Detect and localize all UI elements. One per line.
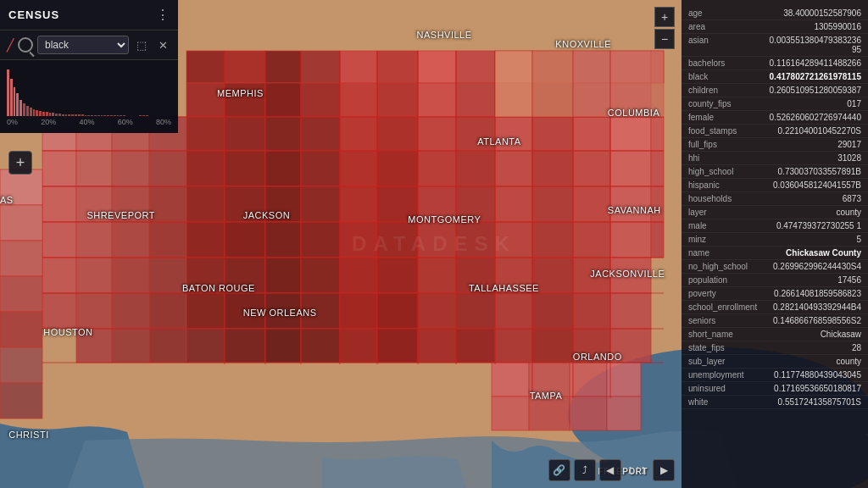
- svg-rect-43: [610, 117, 651, 151]
- add-layer-button[interactable]: +: [8, 151, 32, 175]
- histogram-bar: [26, 106, 29, 116]
- info-key: asian: [688, 36, 769, 54]
- svg-rect-48: [149, 151, 186, 186]
- svg-rect-82: [149, 222, 186, 258]
- svg-rect-63: [76, 186, 112, 222]
- svg-rect-180: [610, 51, 664, 117]
- svg-rect-88: [377, 222, 418, 258]
- svg-rect-16: [186, 83, 225, 117]
- histogram-bar: [146, 115, 148, 116]
- svg-rect-21: [377, 83, 418, 117]
- info-key: layer: [688, 208, 769, 217]
- svg-rect-67: [225, 186, 265, 222]
- svg-rect-40: [495, 117, 532, 151]
- svg-rect-75: [532, 186, 573, 222]
- svg-rect-157: [0, 383, 42, 419]
- svg-rect-44: [651, 117, 664, 151]
- info-row: population17456: [682, 274, 868, 287]
- svg-rect-104: [340, 258, 377, 293]
- svg-rect-69: [301, 186, 340, 222]
- info-value: 0.26614081859586823: [769, 289, 861, 298]
- next-page-button[interactable]: ▶: [653, 459, 675, 481]
- histogram-bar: [94, 115, 97, 116]
- svg-rect-74: [495, 186, 532, 222]
- svg-rect-61: [651, 151, 664, 186]
- info-key: short_name: [688, 330, 769, 339]
- panel-menu-icon[interactable]: ⋮: [156, 7, 170, 23]
- histogram-bar: [114, 115, 116, 116]
- svg-rect-102: [265, 258, 301, 293]
- share-button[interactable]: ⤴: [574, 459, 596, 481]
- panel-header: CENSUS ⋮: [0, 0, 178, 30]
- info-row: short_nameChickasaw: [682, 328, 868, 341]
- histogram-bar: [30, 108, 32, 116]
- svg-rect-155: [0, 312, 42, 347]
- search-icon[interactable]: [18, 37, 33, 53]
- svg-rect-177: [495, 51, 532, 117]
- info-key: high_school: [688, 167, 769, 176]
- info-key: state_fips: [688, 343, 769, 352]
- info-row: area1305990016: [682, 20, 868, 34]
- svg-rect-93: [573, 222, 610, 258]
- svg-rect-148: [529, 396, 570, 430]
- info-value: 0.282140493392944B4: [769, 302, 861, 312]
- zoom-out-button[interactable]: −: [654, 29, 675, 49]
- save-icon[interactable]: ⬚: [133, 36, 150, 53]
- info-value: 0.730037033557891B: [769, 167, 861, 176]
- svg-rect-154: [0, 276, 42, 312]
- svg-rect-150: [607, 396, 641, 430]
- svg-rect-79: [42, 222, 76, 258]
- info-row: state_fips28: [682, 341, 868, 355]
- info-value: 0.0360458124041557B: [769, 180, 861, 190]
- svg-rect-77: [610, 186, 651, 222]
- svg-rect-125: [532, 293, 573, 329]
- svg-rect-51: [265, 151, 301, 186]
- histogram-bar: [142, 115, 145, 116]
- svg-rect-52: [301, 151, 340, 186]
- filter-dropdown[interactable]: black: [37, 36, 129, 54]
- histogram-bar: [7, 69, 9, 116]
- info-row: hhi31028: [682, 152, 868, 165]
- info-key: poverty: [688, 289, 769, 298]
- info-key: male: [688, 221, 769, 230]
- histogram-bar: [16, 93, 19, 116]
- svg-rect-89: [418, 222, 456, 258]
- svg-rect-146: [607, 363, 641, 396]
- zoom-in-button[interactable]: +: [654, 7, 675, 27]
- svg-rect-22: [418, 83, 456, 117]
- info-row: white0.551724135875701S: [682, 396, 868, 409]
- info-row: hispanic0.0360458124041557B: [682, 179, 868, 192]
- histogram-bar: [68, 114, 70, 116]
- svg-rect-133: [265, 329, 301, 363]
- svg-rect-90: [456, 222, 495, 258]
- histogram-bar: [23, 103, 25, 116]
- info-row: food_stamps0.221040010452270S: [682, 125, 868, 138]
- prev-page-button[interactable]: ◀: [599, 459, 621, 481]
- info-row: uninsured0.17169536650180817: [682, 382, 868, 396]
- svg-rect-145: [570, 363, 607, 396]
- svg-rect-132: [225, 329, 265, 363]
- svg-rect-134: [301, 329, 340, 363]
- svg-rect-136: [377, 329, 418, 363]
- bookmark-button[interactable]: 🔗: [548, 459, 570, 481]
- histogram-bar: [107, 115, 109, 116]
- info-key: age: [688, 8, 769, 18]
- svg-rect-108: [495, 258, 532, 293]
- histogram-bar: [81, 114, 84, 116]
- left-panel: CENSUS ⋮ ╱ black ⬚ ✕ 0% 20% 40% 60% 80%: [0, 0, 178, 133]
- close-filter-button[interactable]: ✕: [154, 36, 171, 53]
- info-row: unemployment0.11774880439043045: [682, 369, 868, 382]
- filter-row: ╱ black ⬚ ✕: [0, 30, 178, 60]
- svg-rect-118: [265, 293, 301, 329]
- info-key: name: [688, 248, 769, 258]
- info-value: county: [769, 357, 861, 366]
- svg-rect-60: [610, 151, 651, 186]
- svg-rect-178: [532, 51, 573, 117]
- info-row: seniors0.146866768598556S2: [682, 314, 868, 328]
- info-key: county_fips: [688, 99, 769, 108]
- hist-label-80: 80%: [156, 118, 171, 126]
- info-value: 0.269962996244430S4: [769, 262, 861, 271]
- histogram-bar: [117, 115, 120, 116]
- svg-rect-70: [340, 186, 377, 222]
- svg-rect-62: [42, 186, 76, 222]
